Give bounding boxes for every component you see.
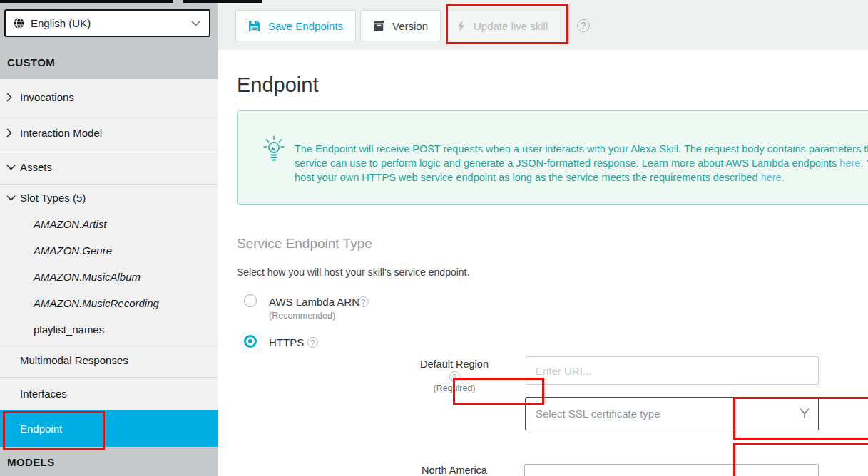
help-icon[interactable]: ? <box>577 19 590 32</box>
info-line-1-text: The Endpoint will receive POST requests … <box>295 143 868 155</box>
sidebar-item-slot-types[interactable]: Slot Types (5) <box>0 184 218 211</box>
https-radio[interactable] <box>244 335 257 348</box>
browser-chrome-strip <box>0 0 262 3</box>
recommended-note: (Recommended) <box>269 311 335 321</box>
browser-chrome-strip-gap <box>173 0 183 3</box>
lightning-icon <box>456 20 466 32</box>
slot-type-label: AMAZON.MusicRecording <box>34 297 159 309</box>
help-icon[interactable]: ? <box>358 296 369 307</box>
sidebar-item-label: Interfaces <box>20 388 67 400</box>
info-text: The Endpoint will receive POST requests … <box>295 142 868 185</box>
chevron-down-icon <box>6 195 16 201</box>
globe-icon <box>13 17 25 29</box>
main-content: Endpoint The Endpoint will receive POST … <box>218 50 868 476</box>
section-custom: CUSTOM <box>7 56 55 68</box>
version-label: Version <box>392 20 428 32</box>
sidebar-item-amazon-musicalbum[interactable]: AMAZON.MusicAlbum <box>0 264 218 290</box>
info-line-2-tail: . You can <box>860 157 868 169</box>
update-live-skill-button[interactable]: Update live skill <box>444 10 561 41</box>
service-endpoint-type-subtitle: Select how you will host your skill's se… <box>237 267 469 278</box>
version-box-icon <box>373 20 384 31</box>
language-selector-value: English (UK) <box>31 17 91 29</box>
section-models: MODELS <box>7 456 55 468</box>
default-region-uri-input[interactable] <box>526 356 819 385</box>
slot-type-label: playlist_names <box>34 324 104 336</box>
info-line-3-text: host your own HTTPS web service endpoint… <box>295 172 761 183</box>
sidebar-item-endpoint[interactable]: Endpoint <box>0 410 218 447</box>
chevron-down-icon <box>191 21 200 26</box>
help-glyph: ? <box>453 373 457 381</box>
slot-type-label: AMAZON.Genre <box>34 244 112 257</box>
info-line-2-text: service can use to perform logic and gen… <box>295 157 839 169</box>
sidebar-item-interfaces[interactable]: Interfaces <box>0 377 218 410</box>
sidebar-item-label: Endpoint <box>20 423 62 435</box>
update-live-skill-label: Update live skill <box>474 20 548 32</box>
help-icon[interactable]: ? <box>449 371 460 382</box>
here-link[interactable]: here. <box>761 172 785 183</box>
help-glyph: ? <box>311 338 315 347</box>
save-icon <box>248 20 260 32</box>
https-label: HTTPS <box>269 336 304 348</box>
here-link[interactable]: here <box>839 157 860 169</box>
slot-type-label: AMAZON.Artist <box>34 218 107 230</box>
north-america-uri-input[interactable] <box>524 464 819 476</box>
chevron-right-icon <box>6 93 12 102</box>
info-line-3: host your own HTTPS web service endpoint… <box>295 170 868 185</box>
sidebar: English (UK) CUSTOM Invocations Interact… <box>0 0 218 476</box>
aws-lambda-arn-radio[interactable] <box>244 294 257 307</box>
help-glyph: ? <box>362 298 366 306</box>
page-title: Endpoint <box>237 73 319 97</box>
save-endpoints-label: Save Endpoints <box>268 20 343 32</box>
section-models-band: MODELS <box>0 447 218 476</box>
sidebar-item-label: Multimodal Responses <box>20 354 128 366</box>
sidebar-item-multimodal-responses[interactable]: Multimodal Responses <box>0 343 218 377</box>
sidebar-item-amazon-genre[interactable]: AMAZON.Genre <box>0 237 218 264</box>
service-endpoint-type-title: Service Endpoint Type <box>237 236 372 252</box>
save-endpoints-button[interactable]: Save Endpoints <box>235 10 356 41</box>
sidebar-item-label: Invocations <box>20 91 74 103</box>
chevron-right-icon <box>6 128 12 138</box>
alexa-developer-console: English (UK) CUSTOM Invocations Interact… <box>0 0 868 476</box>
sidebar-item-label: Slot Types (5) <box>20 192 86 204</box>
language-selector[interactable]: English (UK) <box>4 9 210 37</box>
info-line-2: service can use to perform logic and gen… <box>295 156 868 170</box>
sidebar-header-area: English (UK) CUSTOM <box>0 0 218 79</box>
ssl-certificate-select[interactable] <box>525 397 819 430</box>
sidebar-item-assets[interactable]: Assets <box>0 150 218 184</box>
north-america-label: North America <box>401 465 508 476</box>
toolbar: Save Endpoints Version Update live skill… <box>218 0 868 50</box>
sidebar-item-invocations[interactable]: Invocations <box>0 79 218 115</box>
sidebar-item-amazon-musicrecording[interactable]: AMAZON.MusicRecording <box>0 290 218 316</box>
sidebar-item-interaction-model[interactable]: Interaction Model <box>0 115 218 150</box>
help-icon[interactable]: ? <box>307 337 318 348</box>
sidebar-item-label: Interaction Model <box>20 127 102 139</box>
sidebar-item-amazon-artist[interactable]: AMAZON.Artist <box>0 211 218 237</box>
aws-lambda-arn-label: AWS Lambda ARN <box>269 296 359 308</box>
slot-type-label: AMAZON.MusicAlbum <box>34 271 141 283</box>
lightbulb-icon <box>262 135 285 167</box>
sidebar-item-playlist-names[interactable]: playlist_names <box>0 316 218 343</box>
required-note: (Required) <box>401 383 508 393</box>
default-region-label: Default Region <box>401 358 508 370</box>
info-box: The Endpoint will receive POST requests … <box>237 110 868 205</box>
sidebar-item-label: Assets <box>20 161 52 173</box>
help-glyph: ? <box>581 21 586 31</box>
chevron-down-icon <box>6 165 16 170</box>
info-line-1: The Endpoint will receive POST requests … <box>295 142 868 156</box>
version-button[interactable]: Version <box>360 10 441 41</box>
